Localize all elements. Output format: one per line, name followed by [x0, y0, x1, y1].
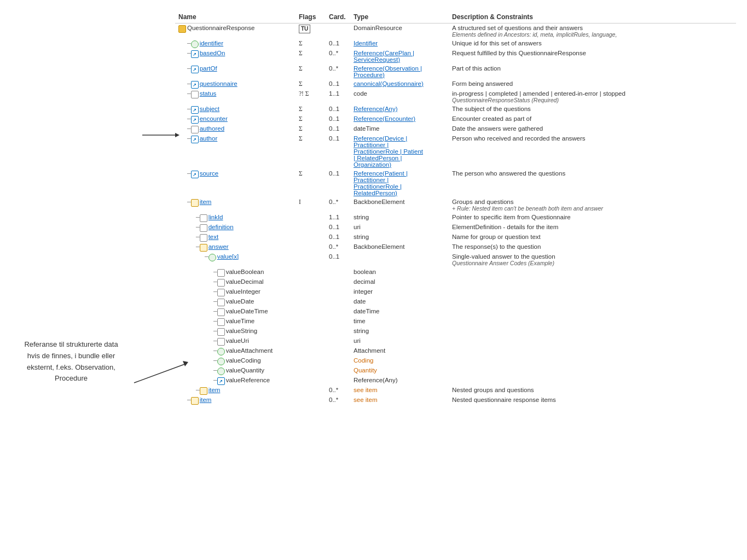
name-text: valueInteger — [226, 288, 260, 295]
flag-box: TU — [299, 25, 310, 33]
cell-name: ─definition — [175, 223, 296, 232]
name-link[interactable]: answer — [209, 243, 229, 250]
name-link[interactable]: text — [209, 234, 219, 240]
name-link[interactable]: source — [200, 170, 219, 177]
cell-desc — [449, 346, 736, 356]
table-row: ─ itemI0..*BackboneElementGroups and que… — [175, 197, 736, 213]
name-link[interactable]: item — [200, 199, 212, 205]
type-link[interactable]: Reference(Observation |Procedure) — [354, 65, 422, 78]
name-link[interactable]: authored — [200, 125, 224, 132]
cell-name: ─ ↗subject — [175, 104, 296, 114]
cell-flags — [296, 366, 326, 376]
desc-main: The response(s) to the question — [452, 243, 541, 250]
name-link[interactable]: linkId — [209, 214, 223, 220]
cell-card: 0..* — [326, 242, 350, 252]
cell-card — [326, 356, 350, 366]
desc-main: Date the answers were gathered — [452, 125, 543, 132]
name-link[interactable]: item — [209, 387, 221, 393]
cell-name: QuestionnaireResponse — [175, 24, 296, 39]
cell-card: 0..1 — [326, 104, 350, 114]
type-link[interactable]: Reference(Any) — [354, 106, 398, 112]
cell-name: ─valueUri — [175, 336, 296, 346]
table-row: ─ valueQuantityQuantity — [175, 366, 736, 376]
name-link[interactable]: subject — [200, 106, 219, 112]
cell-desc: Part of this action — [449, 64, 736, 79]
name-link[interactable]: identifier — [200, 40, 223, 46]
col-header-desc: Description & Constraints — [449, 11, 736, 24]
cell-card: 1..1 — [326, 213, 350, 223]
name-link[interactable]: questionnaire — [200, 80, 238, 87]
table-row: ─ valueCodingCoding — [175, 356, 736, 366]
cell-flags — [296, 386, 326, 395]
type-text: date — [354, 298, 366, 305]
cell-name: ─valueString — [175, 326, 296, 336]
type-link[interactable]: canonical(Questionnaire) — [354, 80, 424, 87]
cell-type: DomainResource — [350, 24, 449, 39]
name-link[interactable]: item — [200, 396, 212, 403]
type-text: uri — [354, 224, 361, 230]
cell-card — [326, 326, 350, 336]
flag-text: I — [299, 199, 301, 205]
type-link[interactable]: Reference(Encounter) — [354, 115, 415, 122]
cell-type: Reference(Observation |Procedure) — [350, 64, 449, 79]
cell-flags — [296, 317, 326, 326]
type-link[interactable]: Reference(Device |Practitioner |Practiti… — [354, 135, 423, 168]
cell-name: ─ valueCoding — [175, 356, 296, 366]
cell-type: uri — [350, 336, 449, 346]
cell-flags: Σ — [296, 49, 326, 64]
cell-card: 0..1 — [326, 223, 350, 232]
type-text: string — [354, 328, 369, 334]
cell-flags — [296, 336, 326, 346]
type-link[interactable]: Identifier — [354, 40, 378, 46]
cell-name: ─ ↗valueReference — [175, 376, 296, 386]
cell-flags — [296, 356, 326, 366]
cell-type: dateTime — [350, 124, 449, 134]
desc-secondary: QuestionnaireResponseStatus (Required) — [452, 97, 559, 103]
cell-flags — [296, 307, 326, 317]
cell-type: code — [350, 89, 449, 104]
cell-name: ─valueDecimal — [175, 277, 296, 287]
name-link[interactable]: value[x] — [217, 253, 239, 260]
type-link[interactable]: Reference(Patient |Practitioner |Practit… — [354, 170, 408, 196]
desc-main: ElementDefinition - details for the item — [452, 224, 558, 230]
cell-type: integer — [350, 287, 449, 297]
name-link[interactable]: definition — [209, 224, 234, 230]
name-link[interactable]: partOf — [200, 65, 217, 72]
cell-name: ─ identifier — [175, 39, 296, 49]
type-text: BackboneElement — [354, 243, 404, 250]
table-row: ─valueDateTimedateTime — [175, 307, 736, 317]
cell-name: ─ ↗partOf — [175, 64, 296, 79]
cell-desc: A structured set of questions and their … — [449, 24, 736, 39]
cell-name: ─valueDateTime — [175, 307, 296, 317]
name-text: valueReference — [226, 377, 270, 383]
cell-card — [326, 317, 350, 326]
type-link[interactable]: Reference(CarePlan |ServiceRequest) — [354, 50, 414, 63]
table-row: ─valueUriuri — [175, 336, 736, 346]
cell-name: ─valueInteger — [175, 287, 296, 297]
cell-desc — [449, 366, 736, 376]
annotation-referanse: Referanse til strukturerte data hvis de … — [5, 339, 137, 384]
name-link[interactable]: author — [200, 135, 218, 142]
cell-card: 0..1 — [326, 169, 350, 197]
type-text: string — [354, 214, 369, 220]
desc-main: Nested questionnaire response items — [452, 396, 556, 403]
cell-card: 0..* — [326, 64, 350, 79]
name-link[interactable]: basedOn — [200, 50, 225, 56]
cell-flags — [296, 223, 326, 232]
type-text: see item — [354, 396, 377, 403]
name-text: valueQuantity — [226, 367, 264, 374]
table-body: QuestionnaireResponseTUDomainResourceA s… — [175, 24, 736, 406]
name-link[interactable]: encounter — [200, 115, 228, 122]
cell-card: 1..1 — [326, 89, 350, 104]
cell-desc — [449, 336, 736, 346]
cell-desc — [449, 287, 736, 297]
name-link[interactable]: status — [200, 90, 217, 97]
table-row: ─ ↗authorΣ0..1Reference(Device |Practiti… — [175, 134, 736, 169]
desc-main: Unique id for this set of answers — [452, 40, 542, 46]
cell-flags: Σ — [296, 104, 326, 114]
cell-flags: TU — [296, 24, 326, 39]
cell-flags: Σ — [296, 79, 326, 89]
cell-type: BackboneElement — [350, 242, 449, 252]
desc-main: Person who received and recorded the ans… — [452, 135, 586, 142]
table-row: ─ item0..*see itemNested questionnaire r… — [175, 395, 736, 405]
